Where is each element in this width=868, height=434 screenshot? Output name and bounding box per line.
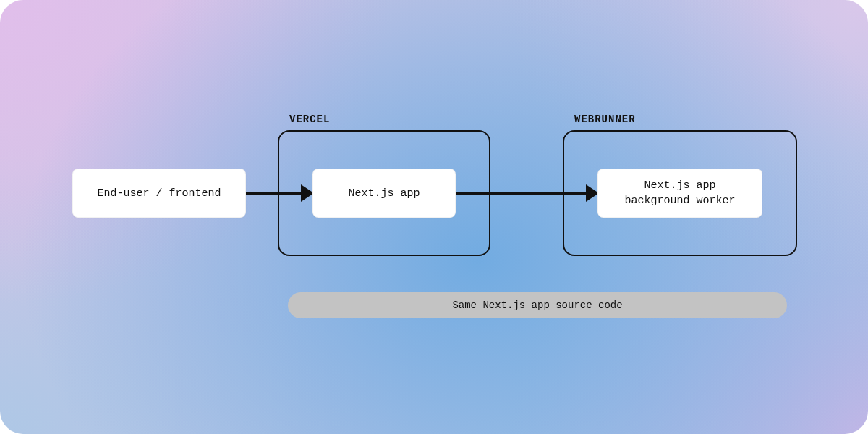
node-background-worker-label: Next.js app background worker — [624, 178, 735, 208]
diagram-canvas: End-user / frontend VERCEL Next.js app W… — [0, 0, 868, 434]
group-webrunner-label: WEBRUNNER — [574, 114, 636, 125]
node-end-user: End-user / frontend — [72, 169, 246, 218]
node-end-user-label: End-user / frontend — [97, 186, 221, 201]
group-vercel-label: VERCEL — [289, 114, 330, 125]
node-nextjs-app: Next.js app — [312, 169, 456, 218]
node-nextjs-app-label: Next.js app — [348, 186, 420, 201]
caption-text: Same Next.js app source code — [452, 299, 622, 311]
caption-pill: Same Next.js app source code — [288, 292, 787, 318]
node-background-worker: Next.js app background worker — [597, 169, 762, 218]
